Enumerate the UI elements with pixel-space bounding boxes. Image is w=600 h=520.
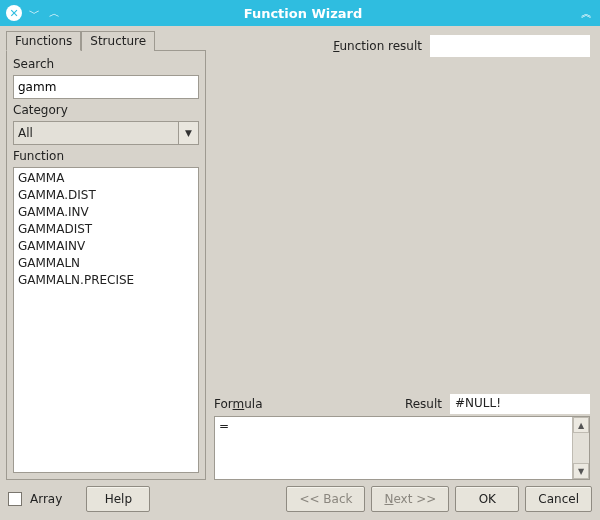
- right-pane: Function result Formula Result #NULL! = …: [210, 30, 594, 480]
- function-result-value: [430, 35, 590, 57]
- rollup-icon[interactable]: ︽: [578, 5, 594, 21]
- search-label: Search: [13, 57, 199, 71]
- function-list[interactable]: GAMMA GAMMA.DIST GAMMA.INV GAMMADIST GAM…: [13, 167, 199, 473]
- scrollbar[interactable]: ▲ ▼: [572, 417, 589, 479]
- minimize-icon[interactable]: ﹀: [26, 5, 42, 21]
- tabbar: Functions Structure: [6, 30, 206, 50]
- bottom-bar: Array Help << Back Next >> OK Cancel: [6, 480, 594, 514]
- titlebar: ✕ ﹀ ︿ Function Wizard ︽: [0, 0, 600, 26]
- function-result-label: Function result: [333, 39, 422, 53]
- cancel-button[interactable]: Cancel: [525, 486, 592, 512]
- tab-functions[interactable]: Functions: [6, 31, 81, 51]
- scroll-down-icon[interactable]: ▼: [573, 463, 589, 479]
- list-item[interactable]: GAMMALN: [18, 255, 194, 272]
- search-input[interactable]: [13, 75, 199, 99]
- result-label: Result: [405, 397, 442, 411]
- ok-button[interactable]: OK: [455, 486, 519, 512]
- category-select[interactable]: All: [13, 121, 199, 145]
- window-title: Function Wizard: [62, 6, 544, 21]
- formula-text[interactable]: =: [215, 417, 571, 479]
- function-list-label: Function: [13, 149, 199, 163]
- array-checkbox[interactable]: [8, 492, 22, 506]
- result-value: #NULL!: [450, 394, 590, 414]
- function-wizard-window: ✕ ﹀ ︿ Function Wizard ︽ Functions Struct…: [0, 0, 600, 520]
- list-item[interactable]: GAMMALN.PRECISE: [18, 272, 194, 289]
- next-button[interactable]: Next >>: [371, 486, 449, 512]
- list-item[interactable]: GAMMA: [18, 170, 194, 187]
- back-button[interactable]: << Back: [286, 486, 365, 512]
- list-item[interactable]: GAMMA.DIST: [18, 187, 194, 204]
- chevron-down-icon[interactable]: ▼: [178, 122, 198, 144]
- close-icon[interactable]: ✕: [6, 5, 22, 21]
- client-area: Functions Structure Search Category All …: [0, 26, 600, 520]
- formula-input[interactable]: = ▲ ▼: [214, 416, 590, 480]
- help-button[interactable]: Help: [86, 486, 150, 512]
- tab-structure[interactable]: Structure: [81, 31, 155, 51]
- category-label: Category: [13, 103, 199, 117]
- list-item[interactable]: GAMMA.INV: [18, 204, 194, 221]
- scroll-up-icon[interactable]: ▲: [573, 417, 589, 433]
- functions-panel: Search Category All ▼ Function GAMMA GAM…: [6, 50, 206, 480]
- formula-label: Formula: [214, 397, 263, 411]
- left-pane: Functions Structure Search Category All …: [6, 30, 206, 480]
- array-label: Array: [30, 492, 62, 506]
- list-item[interactable]: GAMMADIST: [18, 221, 194, 238]
- list-item[interactable]: GAMMAINV: [18, 238, 194, 255]
- maximize-icon[interactable]: ︿: [46, 5, 62, 21]
